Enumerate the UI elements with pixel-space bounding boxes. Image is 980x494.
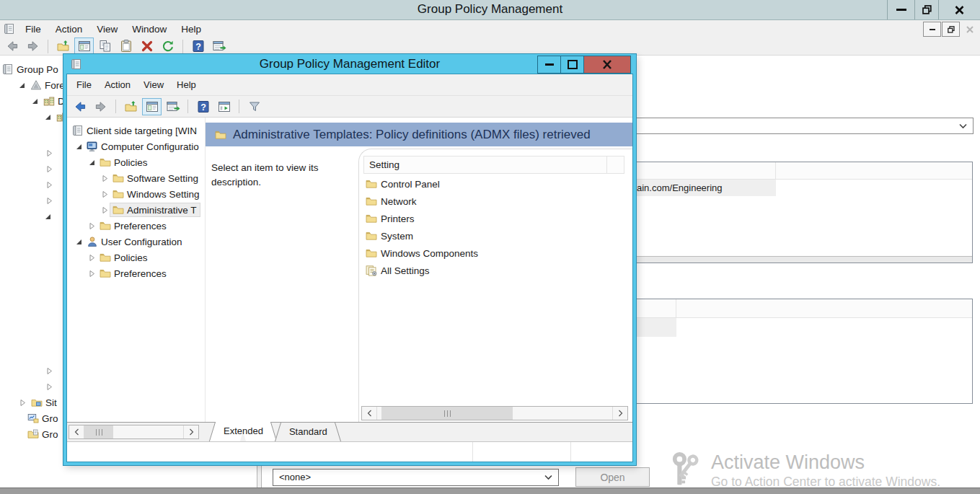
help-toolbar-button[interactable]: ?: [193, 98, 213, 115]
tree-item-user-configuration[interactable]: User Configuration: [67, 234, 205, 250]
collapsed-expander-icon[interactable]: [45, 196, 54, 206]
collapsed-expander-icon[interactable]: [18, 398, 27, 407]
collapsed-expander-icon[interactable]: [87, 269, 97, 278]
tree-item-gro[interactable]: Gro: [27, 427, 58, 441]
mdi-close-button[interactable]: [961, 22, 979, 37]
expanded-expander-icon[interactable]: [43, 113, 53, 122]
menu-action[interactable]: Action: [98, 79, 137, 90]
scope-links-row-label[interactable]: ain.com/Engineering: [637, 182, 723, 193]
menu-help[interactable]: Help: [170, 79, 203, 90]
scroll-left-button[interactable]: [69, 425, 84, 438]
list-item-label: Control Panel: [381, 179, 440, 190]
tree-item-policies[interactable]: Policies: [67, 250, 205, 265]
open-folder-toolbar-button[interactable]: [121, 98, 141, 115]
close-button[interactable]: [938, 0, 980, 19]
expanded-expander-icon[interactable]: [30, 97, 40, 106]
tree-item-administrative-t[interactable]: Administrative T: [67, 202, 205, 218]
extra-column-header[interactable]: [607, 156, 624, 174]
tree-item-computer-configuratio[interactable]: Computer Configuratio: [67, 138, 205, 154]
scroll-left-button[interactable]: [362, 407, 376, 420]
wmi-filter-column-2[interactable]: [676, 299, 972, 318]
scroll-right-button[interactable]: [184, 425, 198, 438]
gpme-toolbar: ?: [67, 96, 632, 118]
list-item-system[interactable]: System: [363, 227, 627, 244]
tree-item-client-side-targeting-win[interactable]: Client side targeting [WIN: [67, 123, 205, 138]
gpme-menubar: FileActionViewHelp: [67, 74, 632, 96]
expanded-expander-icon[interactable]: [74, 237, 84, 247]
back-active-toolbar-button[interactable]: [70, 98, 89, 115]
menu-view[interactable]: View: [137, 79, 170, 90]
tree-item[interactable]: [45, 146, 54, 160]
gpme-close-button[interactable]: [583, 56, 631, 74]
list-item-label: System: [381, 231, 413, 242]
tree-item-gro[interactable]: Gro: [27, 411, 58, 425]
scrollbar-track[interactable]: [376, 407, 613, 420]
collapsed-expander-icon[interactable]: [100, 174, 110, 183]
minimize-button[interactable]: [887, 0, 914, 19]
list-item-windows-components[interactable]: Windows Components: [363, 244, 627, 262]
collapsed-expander-icon[interactable]: [87, 253, 97, 263]
expanded-expander-icon[interactable]: [74, 142, 84, 151]
collapsed-expander-icon[interactable]: [100, 206, 110, 215]
tree-item-wrap: User Configuration: [84, 234, 186, 249]
expanded-expander-icon[interactable]: [17, 81, 27, 90]
collapsed-expander-icon[interactable]: [45, 164, 54, 174]
scrollbar-thumb[interactable]: [84, 425, 113, 438]
tree-item[interactable]: [43, 209, 53, 224]
show-tree-toolbar-button[interactable]: [214, 98, 234, 115]
collapsed-expander-icon[interactable]: [45, 366, 54, 376]
console-window-toolbar-button[interactable]: [142, 98, 162, 115]
scrollbar-thumb[interactable]: [381, 407, 513, 420]
expanded-expander-icon[interactable]: [87, 158, 97, 167]
tree-item-wrap: Policies: [97, 155, 151, 169]
gpme-console-tree: Client side targeting [WINComputer Confi…: [67, 118, 206, 422]
tree-item-software-setting[interactable]: Software Setting: [67, 170, 205, 186]
tree-hscrollbar[interactable]: [69, 425, 199, 439]
tree-item-windows-setting[interactable]: Windows Setting: [67, 186, 205, 202]
expanded-expander-icon[interactable]: [43, 212, 53, 221]
forward-toolbar-button[interactable]: [91, 98, 110, 115]
tree-item-preferences[interactable]: Preferences: [67, 218, 205, 234]
tree-item-preferences[interactable]: Preferences: [67, 265, 205, 281]
tree-item[interactable]: [45, 177, 54, 192]
filter-toolbar-button[interactable]: [244, 98, 264, 115]
export-list-toolbar-button[interactable]: [163, 98, 182, 115]
list-item-control-panel[interactable]: Control Panel: [363, 175, 627, 193]
tree-item[interactable]: [45, 162, 54, 176]
scrollbar-track[interactable]: [84, 425, 184, 438]
menu-file[interactable]: File: [70, 79, 98, 90]
scope-links-column-2[interactable]: [776, 162, 972, 180]
settings-list-hscrollbar[interactable]: [361, 406, 628, 420]
tab-extended[interactable]: Extended: [216, 422, 270, 441]
mdi-restore-button[interactable]: [942, 22, 960, 37]
tree-item-group-po[interactable]: Group Po: [1, 62, 58, 76]
tree-item[interactable]: [45, 379, 54, 394]
mdi-minimize-button[interactable]: [923, 22, 941, 37]
collapsed-expander-icon[interactable]: [87, 221, 97, 231]
gpresult-icon: [27, 428, 39, 440]
tree-item-wrap: Software Setting: [110, 171, 202, 185]
setting-column-header[interactable]: Setting: [363, 156, 607, 174]
list-item-label: Windows Components: [381, 248, 478, 259]
tree-item-policies[interactable]: Policies: [67, 154, 205, 170]
gpme-minimize-button[interactable]: [537, 56, 561, 74]
gpme-maximize-button[interactable]: [560, 56, 584, 74]
list-item-all-settings[interactable]: All Settings: [363, 262, 627, 279]
collapsed-expander-icon[interactable]: [45, 382, 54, 392]
list-item-printers[interactable]: Printers: [363, 210, 627, 227]
folder-icon: [99, 220, 111, 231]
scroll-right-button[interactable]: [613, 407, 627, 420]
open-button[interactable]: Open: [575, 467, 650, 487]
statusbar-divider: [570, 442, 571, 462]
tab-standard[interactable]: Standard: [282, 423, 335, 441]
list-item-network[interactable]: Network: [363, 193, 627, 210]
allsettings-icon: [365, 265, 377, 276]
tree-item[interactable]: [45, 193, 54, 208]
tree-item-sit[interactable]: Sit: [18, 395, 57, 410]
collapsed-expander-icon[interactable]: [100, 190, 110, 199]
collapsed-expander-icon[interactable]: [45, 149, 54, 158]
restore-button[interactable]: [914, 0, 938, 19]
tree-item[interactable]: [45, 363, 54, 378]
wmi-filter-combobox[interactable]: <none>: [273, 469, 559, 486]
collapsed-expander-icon[interactable]: [45, 180, 54, 190]
